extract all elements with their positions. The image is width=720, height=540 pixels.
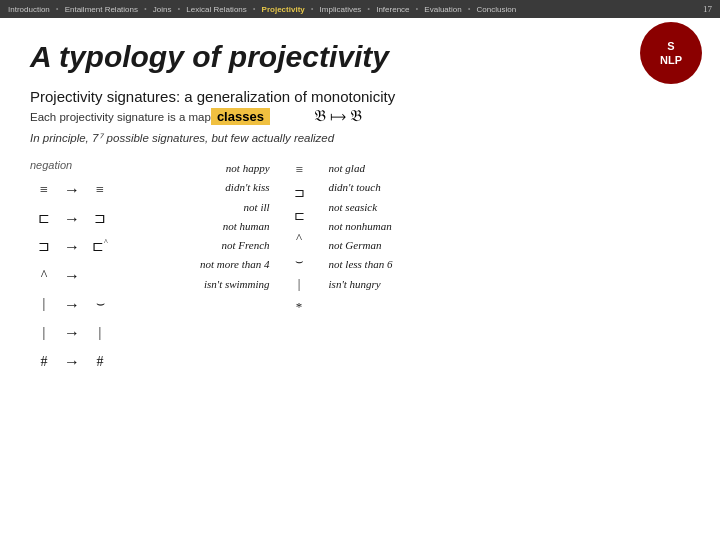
ex-right-3: not seasick	[329, 198, 393, 217]
nav-joins[interactable]: Joins	[153, 5, 172, 14]
logo-line1: S	[667, 39, 674, 53]
sym-middle-col: ≡ ⊐ ⊏ ^ ⌣ | *	[290, 159, 309, 318]
sym-left-2: ⊏	[30, 206, 58, 233]
nav-implicatives[interactable]: Implicatives	[320, 5, 362, 14]
ex-sym-7: *	[290, 296, 309, 319]
sym-left-5: |	[30, 291, 58, 318]
ex-sym-6: |	[290, 273, 309, 296]
map-formula: 𝔅 ↦ 𝔅	[314, 107, 362, 125]
examples-right: not happy didn't kiss not ill not human …	[200, 159, 690, 318]
ex-left-3: not ill	[200, 198, 270, 217]
nav-lexical[interactable]: Lexical Relations	[186, 5, 246, 14]
sym-right-1: ≡	[86, 177, 114, 204]
ex-left-2: didn't kiss	[200, 178, 270, 197]
ex-sym-2: ⊐	[290, 182, 309, 205]
nav-conclusion[interactable]: Conclusion	[477, 5, 517, 14]
ex-left-6: not more than 4	[200, 255, 270, 274]
ex-left-1: not happy	[200, 159, 270, 178]
arrow-6: →	[58, 324, 86, 342]
symbol-grid: ≡ → ≡ ⊏ → ⊐ ⊐ → ⊏^ ^ → | → ⌣ |	[30, 177, 190, 375]
examples-right-col: not glad didn't touch not seasick not no…	[329, 159, 393, 318]
arrow-3: →	[58, 238, 86, 256]
slide-number: 17	[703, 4, 712, 14]
sym-right-2: ⊐	[86, 206, 114, 233]
sym-left-7: #	[30, 349, 58, 376]
arrow-5: →	[58, 296, 86, 314]
arrow-4: →	[58, 267, 86, 285]
sym-right-3: ⊏^	[86, 234, 114, 261]
negation-label: negation	[30, 159, 190, 171]
negation-block: negation ≡ → ≡ ⊏ → ⊐ ⊐ → ⊏^ ^ → | →	[30, 159, 190, 375]
arrow-1: →	[58, 181, 86, 199]
page-title: A typology of projectivity	[30, 40, 690, 74]
ex-left-5: not French	[200, 236, 270, 255]
nav-introduction[interactable]: Introduction	[8, 5, 50, 14]
nav-projectivity[interactable]: Projectivity	[262, 5, 305, 14]
logo: S NLP	[640, 22, 702, 84]
nav-evaluation[interactable]: Evaluation	[424, 5, 461, 14]
ex-right-4: not nonhuman	[329, 217, 393, 236]
sym-right-5: ⌣	[86, 291, 114, 318]
sym-left-6: |	[30, 320, 58, 347]
arrow-2: →	[58, 210, 86, 228]
ex-left-4: not human	[200, 217, 270, 236]
sym-left-1: ≡	[30, 177, 58, 204]
nav-bar: Introduction • Entailment Relations • Jo…	[0, 0, 720, 18]
ex-sym-5: ⌣	[290, 250, 309, 273]
nav-entailment[interactable]: Entailment Relations	[65, 5, 138, 14]
desc-text: Each projectivity signature is a map	[30, 111, 211, 123]
ex-sym-1: ≡	[290, 159, 309, 182]
examples-left-col: not happy didn't kiss not ill not human …	[200, 159, 270, 318]
ex-right-7: isn't hungry	[329, 275, 393, 294]
principle-line: In principle, 7⁷ possible signatures, bu…	[30, 131, 690, 145]
sym-left-4: ^	[30, 263, 58, 290]
ex-left-7: isn't swimming	[200, 275, 270, 294]
arrow-7: →	[58, 353, 86, 371]
desc-row: Each projectivity signature is a map cla…	[30, 107, 690, 125]
ex-right-5: not German	[329, 236, 393, 255]
ex-right-6: not less than 6	[329, 255, 393, 274]
nav-inference[interactable]: Inference	[376, 5, 409, 14]
ex-sym-3: ⊏	[290, 205, 309, 228]
ex-right-2: didn't touch	[329, 178, 393, 197]
classes-label: classes	[211, 108, 270, 125]
sym-right-6: |	[86, 320, 114, 347]
subtitle: Projectivity signatures: a generalizatio…	[30, 88, 690, 105]
logo-line2: NLP	[660, 53, 682, 67]
ex-right-1: not glad	[329, 159, 393, 178]
ex-sym-4: ^	[290, 227, 309, 250]
examples-section: negation ≡ → ≡ ⊏ → ⊐ ⊐ → ⊏^ ^ → | →	[30, 159, 690, 375]
sym-left-3: ⊐	[30, 234, 58, 261]
main-content: A typology of projectivity Projectivity …	[0, 18, 720, 385]
sym-right-7: #	[86, 349, 114, 376]
